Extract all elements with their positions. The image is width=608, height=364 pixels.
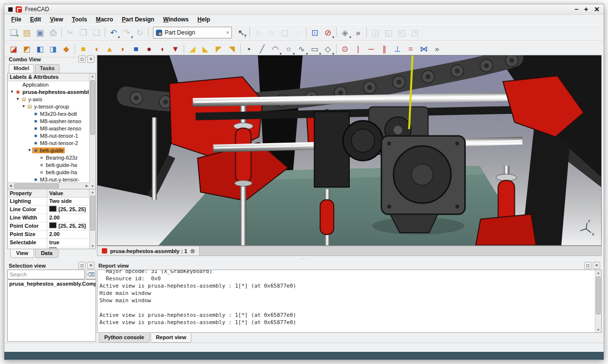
menu-tools[interactable]: Tools (68, 16, 91, 23)
redo-button[interactable]: ↷ ▾ (120, 26, 133, 39)
tree-item[interactable]: ▼ ◉ prusa-hephestos-assembly (8, 88, 90, 95)
additive-loft-button[interactable]: ▲ (103, 43, 116, 55)
macro-stop-button[interactable]: ○ (265, 26, 278, 39)
report-vertical-scrollbar[interactable]: ▲ ▼ (595, 270, 601, 332)
toolbar2-overflow-button[interactable]: » (431, 43, 443, 55)
tree-item[interactable]: ▼ ■ belt-guide (8, 146, 90, 154)
property-row[interactable]: Selectable true (8, 239, 95, 247)
panel-close-button[interactable]: ✕ (87, 55, 95, 63)
panel-float-button[interactable]: ◻ (584, 262, 591, 269)
scroll-right-icon[interactable]: ▶ (84, 183, 90, 188)
panel-close-button[interactable]: ✕ (87, 262, 95, 269)
tree-item[interactable]: ▼ ▤ y-axis (8, 95, 90, 103)
property-vertical-scrollbar[interactable]: ▲ ▼ (89, 189, 95, 249)
edit-sketch-button[interactable]: ◩ (20, 43, 33, 55)
draft-button[interactable]: ◤ (212, 43, 225, 55)
toolbar-overflow-button[interactable]: » (352, 26, 364, 39)
menu-file[interactable]: File (7, 16, 25, 23)
window-menu-icon[interactable] (8, 7, 13, 12)
draw-style-button[interactable]: ⊘ ▾ (322, 26, 334, 39)
property-row[interactable]: Line Color [25, 25, 25] (8, 206, 95, 214)
maximize-button[interactable]: + (584, 6, 588, 13)
close-button[interactable]: ✕ (594, 6, 600, 13)
menu-windows[interactable]: Windows (159, 16, 193, 23)
point-button[interactable]: • (243, 43, 255, 55)
report-console[interactable]: Major opcode: 31 (X_GrabKeyboard) Resour… (97, 270, 602, 333)
panel-float-button[interactable]: ◻ (78, 262, 86, 269)
tree-item[interactable]: ■ M8-washer-tenso (8, 125, 90, 132)
toolbar-item[interactable] (147, 26, 150, 38)
subtractive-loft-button[interactable]: ▼ (169, 43, 182, 55)
tree-item[interactable]: ■ M8-nut-tensor-1 (8, 132, 90, 139)
tree-item[interactable]: ■ M3-nut-y-tensor- (8, 176, 90, 183)
toolbar-item[interactable] (103, 26, 107, 38)
close-tab-icon[interactable]: ⊗ (190, 248, 195, 255)
tree-item[interactable]: ■ M8-nut-tensor-2 (8, 139, 90, 146)
tree-item[interactable]: ■ M3x20-hex-bolt (8, 110, 90, 117)
selection-list-item[interactable]: prusa_hephestos_assembly.CompoundC (8, 280, 95, 288)
toolbar-item[interactable] (182, 43, 186, 55)
toggle-visibility-button[interactable]: ◳ (408, 26, 421, 39)
tab-tasks[interactable]: Tasks (35, 64, 59, 73)
leave-sketch-button[interactable]: ◨ (47, 43, 59, 55)
constraint-symmetric-button[interactable]: ⋈ (418, 43, 430, 55)
expander-icon[interactable]: ▼ (15, 97, 20, 101)
constraint-vertical-button[interactable]: | (352, 43, 364, 55)
groove-button[interactable]: ◖ (156, 43, 169, 55)
hole-button[interactable]: ● (143, 43, 155, 55)
refresh-button[interactable]: ↻ (133, 26, 146, 39)
new-document-button[interactable]: ❏ + (7, 26, 20, 39)
revolution-button[interactable]: ◖ (90, 43, 103, 55)
minimize-button[interactable]: − (574, 6, 578, 13)
property-row[interactable]: Lighting Two side (8, 198, 95, 206)
clear-search-button[interactable]: ⌫ (86, 270, 96, 279)
panel-close-button[interactable]: ✕ (593, 262, 600, 269)
tree-item[interactable]: ■ belt-guide-ha (8, 161, 90, 168)
menu-view[interactable]: View (46, 16, 67, 23)
scroll-up-icon[interactable]: ▲ (90, 189, 95, 195)
panel-float-button[interactable]: ◻ (78, 55, 86, 63)
open-document-button[interactable]: ▤ (20, 26, 33, 39)
fit-all-button[interactable]: ⊡ (308, 26, 321, 39)
toolbar-item[interactable] (335, 26, 338, 38)
macro-execute-button[interactable]: ▢ (278, 26, 291, 39)
tree-item[interactable]: ■ belt-guide-ha (8, 168, 90, 176)
copy-button[interactable]: ❐ (77, 26, 90, 39)
toolbar-item[interactable] (248, 26, 251, 38)
polygon-button[interactable]: ◇ ▾ (322, 43, 334, 55)
workbench-selector[interactable]: Part Design ˅ (153, 27, 232, 38)
macro-record-button[interactable]: ○ (252, 26, 265, 39)
toolbar-item[interactable] (304, 26, 308, 38)
viewport-tab[interactable]: prusa-hephestos-assembly : 1 ⊗ (97, 246, 200, 255)
3d-viewport[interactable]: z x (97, 55, 602, 246)
tree-horizontal-scrollbar[interactable]: ◀ ▶ (8, 182, 90, 189)
toolbar-item[interactable] (60, 26, 63, 38)
map-sketch-button[interactable]: ◧ (34, 43, 46, 55)
constraint-equal-button[interactable]: = (404, 43, 417, 55)
tree-item[interactable]: ■ M8-washer-tenso (8, 117, 90, 125)
undo-button[interactable]: ↶ ▾ (107, 26, 120, 39)
property-row[interactable]: Point Color [25, 25, 25] (8, 222, 95, 231)
scroll-left-icon[interactable]: ◀ (8, 183, 13, 188)
tree-item[interactable]: ▼ ▤ y-tensor-group (8, 103, 90, 110)
sync-view-button[interactable]: ◲ (369, 26, 381, 39)
expander-icon[interactable]: ▼ (9, 90, 15, 94)
toolbar-item[interactable] (73, 43, 76, 55)
tab-python-console[interactable]: Python console (99, 333, 150, 343)
constraint-parallel-button[interactable]: ∥ (378, 43, 391, 55)
horizontal-splitter[interactable]: ··· (4, 257, 604, 261)
expander-icon[interactable]: ▼ (27, 148, 32, 152)
create-body-button[interactable]: ◆ (60, 43, 73, 55)
scroll-down-icon[interactable]: ▼ (90, 243, 95, 249)
arc-button[interactable]: ◠ ▾ (269, 43, 282, 55)
rectangle-button[interactable]: ▭ ▾ (308, 43, 321, 55)
scroll-down-icon[interactable]: ▼ (90, 183, 95, 189)
print-button[interactable]: ⎙ (47, 26, 59, 39)
tab-model[interactable]: Model (9, 64, 34, 73)
additive-pipe-button[interactable]: ◗ (116, 43, 129, 55)
menu-help[interactable]: Help (193, 16, 214, 23)
tree-item[interactable]: ■ Bearing-623z (8, 154, 90, 161)
tab-report-view[interactable]: Report view (151, 333, 191, 343)
bspline-button[interactable]: ∿ ▾ (295, 43, 308, 55)
create-sketch-button[interactable]: ◪ (7, 43, 20, 55)
